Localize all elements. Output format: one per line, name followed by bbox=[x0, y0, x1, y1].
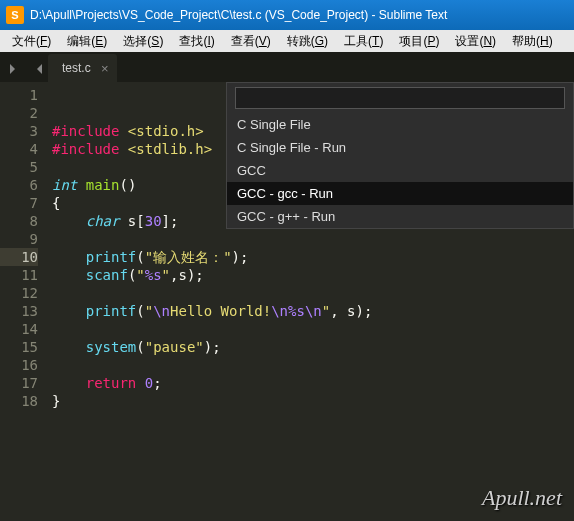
line-number: 8 bbox=[0, 212, 38, 230]
line-number: 10 bbox=[0, 248, 38, 266]
chevron-right-icon bbox=[32, 64, 42, 74]
menu-preferences[interactable]: 设置(N) bbox=[447, 31, 504, 52]
line-number: 4 bbox=[0, 140, 38, 158]
line-number: 15 bbox=[0, 338, 38, 356]
watermark-text: Apull.net bbox=[482, 485, 562, 511]
panel-filter-input[interactable] bbox=[235, 87, 565, 109]
line-number: 16 bbox=[0, 356, 38, 374]
line-number: 1 bbox=[0, 86, 38, 104]
tab-bar: test.c × bbox=[0, 52, 574, 82]
close-icon[interactable]: × bbox=[101, 61, 109, 76]
menu-goto[interactable]: 转跳(G) bbox=[279, 31, 336, 52]
line-number: 6 bbox=[0, 176, 38, 194]
line-number: 12 bbox=[0, 284, 38, 302]
line-number: 3 bbox=[0, 122, 38, 140]
menu-edit[interactable]: 编辑(E) bbox=[59, 31, 115, 52]
title-bar: S D:\Apull\Projects\VS_Code_Project\C\te… bbox=[0, 0, 574, 30]
menu-find[interactable]: 查找(I) bbox=[171, 31, 222, 52]
panel-item[interactable]: GCC - g++ - Run bbox=[227, 205, 573, 228]
tab-scroll-right[interactable] bbox=[26, 56, 48, 82]
line-number: 13 bbox=[0, 302, 38, 320]
menu-view[interactable]: 查看(V) bbox=[223, 31, 279, 52]
line-number: 14 bbox=[0, 320, 38, 338]
window-title: D:\Apull\Projects\VS_Code_Project\C\test… bbox=[30, 8, 568, 22]
tab-label: test.c bbox=[62, 61, 91, 75]
panel-item[interactable]: C Single File bbox=[227, 113, 573, 136]
app-icon: S bbox=[6, 6, 24, 24]
line-number: 17 bbox=[0, 374, 38, 392]
menu-tools[interactable]: 工具(T) bbox=[336, 31, 391, 52]
tab-file[interactable]: test.c × bbox=[48, 54, 117, 82]
panel-item[interactable]: C Single File - Run bbox=[227, 136, 573, 159]
panel-item[interactable]: GCC - gcc - Run bbox=[227, 182, 573, 205]
menu-bar: 文件(F) 编辑(E) 选择(S) 查找(I) 查看(V) 转跳(G) 工具(T… bbox=[0, 30, 574, 52]
line-number: 7 bbox=[0, 194, 38, 212]
menu-selection[interactable]: 选择(S) bbox=[115, 31, 171, 52]
line-number: 18 bbox=[0, 392, 38, 410]
line-number: 2 bbox=[0, 104, 38, 122]
menu-project[interactable]: 项目(P) bbox=[391, 31, 447, 52]
menu-help[interactable]: 帮助(H) bbox=[504, 31, 561, 52]
build-system-panel: C Single File C Single File - Run GCC GC… bbox=[226, 82, 574, 229]
line-number: 5 bbox=[0, 158, 38, 176]
line-number: 11 bbox=[0, 266, 38, 284]
panel-filter bbox=[227, 83, 573, 113]
chevron-left-icon bbox=[10, 64, 20, 74]
line-gutter: 1 2 3 4 5 6 7 8 9 10 11 12 13 14 15 16 1… bbox=[0, 82, 48, 521]
panel-item[interactable]: GCC bbox=[227, 159, 573, 182]
menu-file[interactable]: 文件(F) bbox=[4, 31, 59, 52]
line-number: 9 bbox=[0, 230, 38, 248]
panel-list: C Single File C Single File - Run GCC GC… bbox=[227, 113, 573, 228]
tab-scroll-left[interactable] bbox=[4, 56, 26, 82]
